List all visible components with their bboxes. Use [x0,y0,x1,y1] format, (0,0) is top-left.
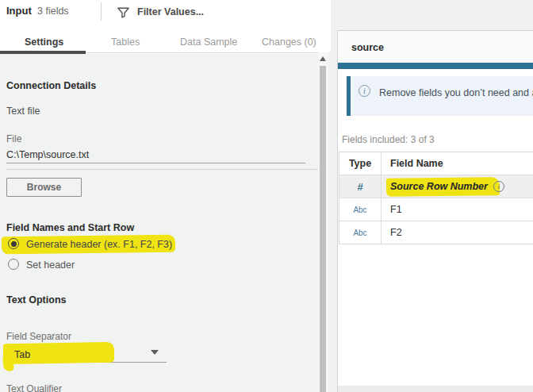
field-name-cell[interactable]: Source Row Number i [382,175,533,198]
connection-details-heading: Connection Details [6,80,96,91]
info-icon: i [359,85,370,97]
number-type-icon: # [357,181,362,193]
step-title: Input [6,5,32,17]
filter-values-label: Filter Values... [137,6,204,17]
info-banner-text: Remove fields you don’t need and ad [379,87,533,98]
section-divider [6,169,328,170]
text-qualifier-label: Text Qualifier [6,383,62,392]
fields-table-header-row: Type Field Name [339,152,533,175]
radio-set-header-label[interactable]: Set header [26,259,75,271]
filter-icon [116,5,131,20]
field-separator-value[interactable]: Tab [14,349,30,360]
field-type-string[interactable]: Abc [339,198,382,221]
topbar-divider [101,2,102,21]
browse-button[interactable]: Browse [6,178,82,197]
field-name-cell[interactable]: F1 [382,198,533,221]
field-name-f1[interactable]: F1 [390,204,402,215]
left-scrollbar-thumb[interactable] [320,66,326,392]
table-row[interactable]: Abc F1 [339,198,533,221]
fields-table: Type Field Name # Source Row Number i Ab… [339,152,533,244]
info-banner: i Remove fields you don’t need and ad [347,76,533,116]
chevron-down-icon[interactable] [151,350,159,355]
scrollbar-up-arrow-icon[interactable] [320,56,326,61]
connection-type-label: Text file [6,106,40,117]
info-icon[interactable]: i [493,181,504,192]
table-row[interactable]: Abc F2 [339,221,533,244]
radio-generate-header[interactable] [8,238,19,249]
field-name-cell[interactable]: F2 [382,221,533,244]
field-names-heading: Field Names and Start Row [6,222,134,233]
topbar: Input 3 fields Filter Values... Settings… [0,0,331,54]
field-separator-label: Field Separator [6,331,71,342]
fields-count: 3 fields [37,6,69,17]
tab-settings-label: Settings [25,37,63,48]
text-options-heading: Text Options [6,294,66,306]
table-row[interactable]: # Source Row Number i [339,175,533,198]
card-horizontal-scrollbar[interactable] [338,386,533,392]
column-header-field-name: Field Name [382,152,533,175]
fields-included-count: Fields included: 3 of 3 [342,134,435,145]
tab-settings[interactable]: Settings [25,37,63,48]
source-accent-bar [338,63,533,69]
tab-data-sample-label: Data Sample [180,37,237,48]
radio-set-header[interactable] [8,259,19,270]
radio-generate-header-label[interactable]: Generate header (ex. F1, F2, F3) [26,239,172,250]
field-name-source-row-number[interactable]: Source Row Number [390,181,488,192]
field-type-number[interactable]: # [339,175,382,198]
string-type-icon: Abc [353,206,366,214]
info-banner-stripe [347,76,351,116]
file-path-value[interactable]: C:\Temp\source.txt [6,149,89,160]
tab-changes[interactable]: Changes (0) [262,37,316,48]
tab-tables-label: Tables [111,37,140,48]
filter-values-button[interactable]: Filter Values... [116,3,204,21]
tab-data-sample[interactable]: Data Sample [180,37,237,48]
string-type-icon: Abc [353,229,366,237]
file-input-underline [6,163,305,163]
column-header-type: Type [339,152,382,175]
tab-tables[interactable]: Tables [111,37,140,48]
file-label: File [6,133,21,144]
field-name-f2[interactable]: F2 [390,227,402,238]
app-root: Input 3 fields Filter Values... Settings… [0,0,533,392]
field-type-string[interactable]: Abc [339,221,382,244]
source-card-title: source [351,42,384,53]
tab-changes-label: Changes (0) [262,37,316,48]
